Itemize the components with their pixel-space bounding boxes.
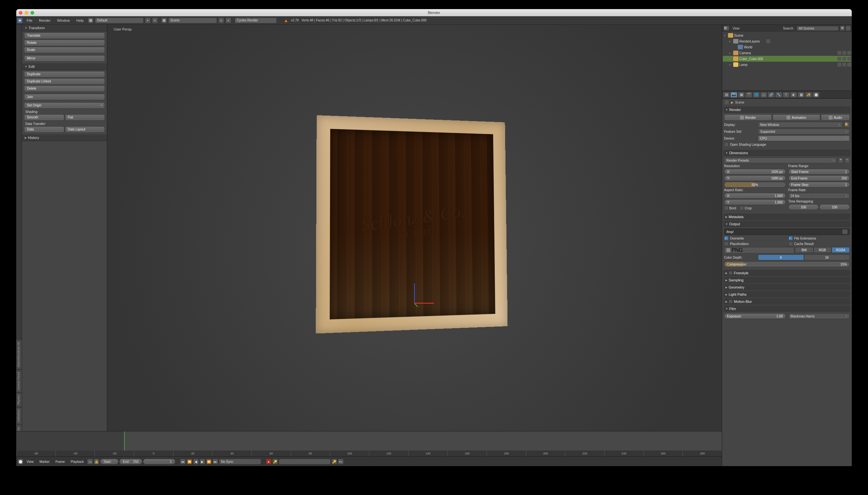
audio-button[interactable]: Audio (821, 114, 850, 121)
blender-icon[interactable]: ◆ (17, 18, 23, 23)
light-paths-header[interactable]: Light Paths (723, 291, 850, 298)
mirror-button[interactable]: Mirror (24, 55, 105, 62)
outliner-filter[interactable]: All Scenes (797, 26, 839, 31)
fileext-checkbox[interactable]: ✓ (788, 236, 793, 240)
engine-dropdown[interactable]: Cycles Render (234, 18, 277, 23)
translate-button[interactable]: Translate (24, 32, 105, 39)
rgba-button[interactable]: RGBA (832, 247, 850, 253)
crumb-text[interactable]: Scene (735, 101, 744, 104)
pin-icon[interactable] (725, 100, 728, 104)
keyframe-prev-icon[interactable]: ⏪ (186, 459, 192, 464)
tree-renderlayers[interactable]: ▸RenderLayers (723, 38, 851, 44)
tl-menu-marker[interactable]: Marker (37, 460, 52, 463)
tab-animation[interactable]: Animation (16, 407, 22, 424)
tab-data-icon[interactable]: ▽ (783, 92, 790, 98)
key-delete-icon[interactable]: 🗝 (338, 459, 344, 464)
manipulator-gizmo[interactable] (414, 303, 415, 303)
start-frame-field[interactable]: Start Frame:1 (788, 169, 850, 175)
menu-window[interactable]: Window (54, 18, 73, 22)
history-header[interactable]: History (22, 134, 107, 141)
aspect-x-field[interactable]: X:1.000 (724, 193, 786, 199)
tree-world[interactable]: World (723, 44, 851, 50)
render-panel-header[interactable]: Render⋮⋮ (723, 106, 850, 113)
format-dropdown[interactable]: PNG (724, 247, 794, 254)
freestyle-checkbox[interactable] (728, 271, 733, 275)
border-checkbox[interactable] (724, 206, 728, 210)
close-icon[interactable] (19, 11, 22, 15)
depth-8-button[interactable]: 8 (758, 255, 804, 260)
data-layout-button[interactable]: Data Layout (65, 126, 105, 133)
duplicate-linked-button[interactable]: Duplicate Linked (24, 78, 105, 85)
res-x-field[interactable]: X:1920 px (724, 169, 786, 175)
outliner-menu-search[interactable]: Search (781, 27, 795, 30)
outliner-ghost-icon[interactable] (846, 26, 850, 31)
join-button[interactable]: Join (24, 94, 105, 100)
menu-help[interactable]: Help (73, 18, 87, 22)
sync-dropdown[interactable]: No Sync (219, 459, 261, 464)
tree-lamp[interactable]: ▸Lamp (723, 62, 851, 68)
compression-field[interactable]: Compression:15% (724, 261, 850, 267)
tab-texture-icon[interactable]: ▩ (798, 92, 805, 98)
preset-del-icon[interactable]: − (845, 157, 850, 163)
tab-physics[interactable]: Physics (16, 392, 22, 407)
tab-constraints-icon[interactable]: 🔗 (768, 92, 775, 98)
del-layout-icon[interactable]: × (152, 18, 158, 23)
gizmo-y-axis-icon[interactable] (414, 304, 415, 304)
properties-scroll[interactable]: Render⋮⋮ Render Animation Audio Display:… (722, 106, 852, 466)
display-dropdown[interactable]: New Window (758, 122, 843, 127)
keyframe-next-icon[interactable]: ⏩ (206, 459, 212, 464)
outliner-menu-view[interactable]: View (731, 27, 742, 30)
outliner-tree[interactable]: ▾Scene ▸RenderLayers World ▸Camera ▸Cube… (722, 32, 852, 90)
tab-mbl[interactable]: ManuelBastioniLAB (16, 340, 22, 370)
feature-dropdown[interactable]: Supported (758, 129, 850, 134)
bw-button[interactable]: BW (795, 247, 813, 253)
outliner-editor-icon[interactable]: ▤ (723, 25, 729, 31)
delete-button[interactable]: Delete (24, 85, 105, 92)
sampling-header[interactable]: Sampling (723, 277, 850, 284)
tab-particles-icon[interactable]: ✨ (805, 92, 812, 98)
jump-start-icon[interactable]: ⏮ (180, 459, 186, 464)
tl-menu-view[interactable]: View (24, 460, 36, 463)
smooth-button[interactable]: Smooth (24, 114, 64, 121)
add-layout-icon[interactable]: + (145, 18, 151, 23)
geometry-header[interactable]: Geometry (723, 284, 850, 291)
placeholders-checkbox[interactable] (724, 241, 728, 246)
device-dropdown[interactable]: CPU (758, 135, 850, 141)
overwrite-checkbox[interactable]: ✓ (724, 236, 728, 240)
timeline-track[interactable]: -60-40-200204060801001201401601802002202… (16, 431, 722, 457)
motion-blur-checkbox[interactable] (728, 300, 733, 304)
cache-checkbox[interactable] (788, 241, 793, 246)
end-frame-field[interactable]: End Frame:250 (788, 175, 850, 181)
tab-grease[interactable]: Grease Pencil (16, 370, 22, 392)
folder-icon[interactable] (842, 229, 848, 234)
render-button[interactable]: Render (724, 114, 772, 121)
render-presets-dropdown[interactable]: Render Presets (724, 157, 837, 163)
output-header[interactable]: Output⋮⋮ (723, 221, 850, 227)
tab-physics-icon[interactable]: ⬤ (813, 92, 820, 98)
jump-end-icon[interactable]: ⏭ (212, 459, 218, 464)
remap-old-field[interactable]: 100 (788, 204, 819, 210)
menu-file[interactable]: File (23, 18, 36, 22)
tl-menu-frame[interactable]: Frame (53, 460, 68, 463)
tab-modifiers-icon[interactable]: 🔧 (775, 92, 782, 98)
lock-ui-icon[interactable]: 🔒 (844, 122, 850, 127)
gizmo-z-axis-icon[interactable] (414, 284, 415, 303)
tree-camera[interactable]: ▸Camera (723, 50, 851, 56)
follow-icon[interactable]: 🔒 (94, 459, 99, 464)
rotate-button[interactable]: Rotate (24, 39, 105, 46)
keyingset-dropdown[interactable] (279, 459, 331, 464)
tab-object-icon[interactable]: ◻ (760, 92, 767, 98)
crop-checkbox[interactable] (739, 206, 744, 210)
minimize-icon[interactable] (25, 11, 28, 15)
tab-renderlayers-icon[interactable]: ▦ (738, 92, 745, 98)
outliner-plus-icon[interactable]: ⊕ (840, 26, 845, 31)
fps-dropdown[interactable]: 24 fps (788, 193, 850, 199)
viewport-3d[interactable]: User Persp Schlonz & Co. est. 1847 (1) C… (107, 25, 722, 466)
header-type-icon[interactable]: ▤ (723, 92, 730, 98)
duplicate-button[interactable]: Duplicate (24, 71, 105, 78)
depth-16-button[interactable]: 16 (804, 255, 850, 260)
play-reverse-icon[interactable]: ◀ (193, 459, 199, 464)
edit-header[interactable]: Edit (22, 63, 107, 70)
menu-render[interactable]: Render (36, 18, 54, 22)
tab-scene-icon[interactable]: 🎬 (745, 92, 752, 98)
